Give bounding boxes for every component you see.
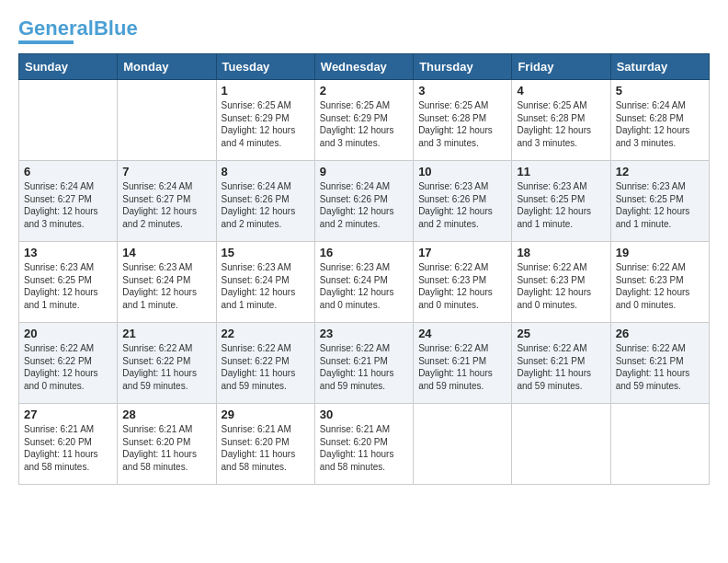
cell-content: Sunrise: 6:25 AM Sunset: 6:29 PM Dayligh… [222,99,310,149]
cell-content: Sunrise: 6:23 AM Sunset: 6:26 PM Dayligh… [418,180,506,230]
cell-content: Sunrise: 6:23 AM Sunset: 6:24 PM Dayligh… [320,261,408,311]
calendar-cell [610,404,709,485]
week-row-3: 13Sunrise: 6:23 AM Sunset: 6:25 PM Dayli… [19,242,710,323]
day-number: 2 [320,84,408,98]
day-header-monday: Monday [118,54,216,80]
day-number: 18 [517,246,605,259]
day-number: 4 [517,84,605,98]
cell-content: Sunrise: 6:22 AM Sunset: 6:22 PM Dayligh… [24,342,112,392]
cell-content: Sunrise: 6:22 AM Sunset: 6:23 PM Dayligh… [418,261,506,311]
week-row-5: 27Sunrise: 6:21 AM Sunset: 6:20 PM Dayli… [19,404,710,485]
cell-content: Sunrise: 6:22 AM Sunset: 6:21 PM Dayligh… [418,342,506,392]
week-row-4: 20Sunrise: 6:22 AM Sunset: 6:22 PM Dayli… [19,323,710,404]
calendar-cell: 26Sunrise: 6:22 AM Sunset: 6:21 PM Dayli… [610,323,709,404]
calendar-cell: 8Sunrise: 6:24 AM Sunset: 6:26 PM Daylig… [216,161,314,242]
day-number: 5 [616,84,704,98]
calendar-cell: 15Sunrise: 6:23 AM Sunset: 6:24 PM Dayli… [216,242,314,323]
week-row-1: 1Sunrise: 6:25 AM Sunset: 6:29 PM Daylig… [19,80,710,161]
day-header-thursday: Thursday [414,54,512,80]
day-number: 7 [122,165,210,178]
cell-content: Sunrise: 6:23 AM Sunset: 6:24 PM Dayligh… [122,261,210,311]
cell-content: Sunrise: 6:22 AM Sunset: 6:21 PM Dayligh… [320,342,408,392]
day-number: 24 [418,327,506,340]
cell-content: Sunrise: 6:25 AM Sunset: 6:29 PM Dayligh… [320,99,408,149]
calendar-cell: 5Sunrise: 6:24 AM Sunset: 6:28 PM Daylig… [610,80,709,161]
day-number: 30 [320,408,408,421]
cell-content: Sunrise: 6:21 AM Sunset: 6:20 PM Dayligh… [24,423,112,473]
cell-content: Sunrise: 6:23 AM Sunset: 6:25 PM Dayligh… [517,180,605,230]
page-header: GeneralBlue [18,18,710,44]
cell-content: Sunrise: 6:21 AM Sunset: 6:20 PM Dayligh… [320,423,408,473]
calendar-cell: 19Sunrise: 6:22 AM Sunset: 6:23 PM Dayli… [610,242,709,323]
logo: GeneralBlue [18,18,138,44]
calendar-cell [512,404,610,485]
calendar-cell: 11Sunrise: 6:23 AM Sunset: 6:25 PM Dayli… [512,161,610,242]
day-number: 16 [320,246,408,259]
cell-content: Sunrise: 6:24 AM Sunset: 6:27 PM Dayligh… [122,180,210,230]
day-number: 21 [122,327,210,340]
calendar-cell: 7Sunrise: 6:24 AM Sunset: 6:27 PM Daylig… [118,161,216,242]
cell-content: Sunrise: 6:22 AM Sunset: 6:23 PM Dayligh… [517,261,605,311]
calendar-cell: 24Sunrise: 6:22 AM Sunset: 6:21 PM Dayli… [414,323,512,404]
calendar-cell: 17Sunrise: 6:22 AM Sunset: 6:23 PM Dayli… [414,242,512,323]
cell-content: Sunrise: 6:23 AM Sunset: 6:25 PM Dayligh… [616,180,704,230]
cell-content: Sunrise: 6:21 AM Sunset: 6:20 PM Dayligh… [222,423,310,473]
day-number: 29 [222,408,310,421]
day-number: 17 [418,246,506,259]
cell-content: Sunrise: 6:23 AM Sunset: 6:24 PM Dayligh… [222,261,310,311]
calendar-cell: 1Sunrise: 6:25 AM Sunset: 6:29 PM Daylig… [216,80,314,161]
calendar-cell [118,80,216,161]
calendar-cell: 3Sunrise: 6:25 AM Sunset: 6:28 PM Daylig… [414,80,512,161]
calendar-cell: 20Sunrise: 6:22 AM Sunset: 6:22 PM Dayli… [19,323,118,404]
calendar-table: SundayMondayTuesdayWednesdayThursdayFrid… [18,53,710,485]
calendar-cell: 14Sunrise: 6:23 AM Sunset: 6:24 PM Dayli… [118,242,216,323]
calendar-cell: 12Sunrise: 6:23 AM Sunset: 6:25 PM Dayli… [610,161,709,242]
calendar-cell [414,404,512,485]
logo-bar [18,40,74,44]
calendar-cell: 13Sunrise: 6:23 AM Sunset: 6:25 PM Dayli… [19,242,118,323]
cell-content: Sunrise: 6:25 AM Sunset: 6:28 PM Dayligh… [418,99,506,149]
cell-content: Sunrise: 6:22 AM Sunset: 6:21 PM Dayligh… [616,342,704,392]
cell-content: Sunrise: 6:21 AM Sunset: 6:20 PM Dayligh… [122,423,210,473]
calendar-cell: 22Sunrise: 6:22 AM Sunset: 6:22 PM Dayli… [216,323,314,404]
cell-content: Sunrise: 6:22 AM Sunset: 6:21 PM Dayligh… [517,342,605,392]
logo-blue: Blue [94,17,138,40]
week-row-2: 6Sunrise: 6:24 AM Sunset: 6:27 PM Daylig… [19,161,710,242]
cell-content: Sunrise: 6:24 AM Sunset: 6:26 PM Dayligh… [320,180,408,230]
cell-content: Sunrise: 6:22 AM Sunset: 6:22 PM Dayligh… [122,342,210,392]
day-number: 20 [24,327,112,340]
day-number: 6 [24,165,112,178]
day-header-wednesday: Wednesday [314,54,413,80]
calendar-cell: 4Sunrise: 6:25 AM Sunset: 6:28 PM Daylig… [512,80,610,161]
day-number: 23 [320,327,408,340]
calendar-cell: 21Sunrise: 6:22 AM Sunset: 6:22 PM Dayli… [118,323,216,404]
day-number: 22 [222,327,310,340]
day-number: 14 [122,246,210,259]
calendar-cell: 6Sunrise: 6:24 AM Sunset: 6:27 PM Daylig… [19,161,118,242]
calendar-cell: 29Sunrise: 6:21 AM Sunset: 6:20 PM Dayli… [216,404,314,485]
cell-content: Sunrise: 6:24 AM Sunset: 6:27 PM Dayligh… [24,180,112,230]
calendar-cell: 10Sunrise: 6:23 AM Sunset: 6:26 PM Dayli… [414,161,512,242]
cell-content: Sunrise: 6:25 AM Sunset: 6:28 PM Dayligh… [517,99,605,149]
day-number: 1 [222,84,310,98]
logo-general: General [18,17,94,40]
day-number: 19 [616,246,704,259]
calendar-cell: 18Sunrise: 6:22 AM Sunset: 6:23 PM Dayli… [512,242,610,323]
cell-content: Sunrise: 6:23 AM Sunset: 6:25 PM Dayligh… [24,261,112,311]
calendar-cell: 9Sunrise: 6:24 AM Sunset: 6:26 PM Daylig… [314,161,413,242]
day-number: 10 [418,165,506,178]
calendar-cell: 16Sunrise: 6:23 AM Sunset: 6:24 PM Dayli… [314,242,413,323]
day-number: 27 [24,408,112,421]
day-header-sunday: Sunday [19,54,118,80]
days-header-row: SundayMondayTuesdayWednesdayThursdayFrid… [19,54,710,80]
day-header-saturday: Saturday [610,54,709,80]
day-header-tuesday: Tuesday [216,54,314,80]
calendar-cell: 30Sunrise: 6:21 AM Sunset: 6:20 PM Dayli… [314,404,413,485]
day-number: 11 [517,165,605,178]
day-number: 9 [320,165,408,178]
day-number: 12 [616,165,704,178]
cell-content: Sunrise: 6:24 AM Sunset: 6:26 PM Dayligh… [222,180,310,230]
calendar-cell: 27Sunrise: 6:21 AM Sunset: 6:20 PM Dayli… [19,404,118,485]
day-number: 13 [24,246,112,259]
calendar-cell: 25Sunrise: 6:22 AM Sunset: 6:21 PM Dayli… [512,323,610,404]
